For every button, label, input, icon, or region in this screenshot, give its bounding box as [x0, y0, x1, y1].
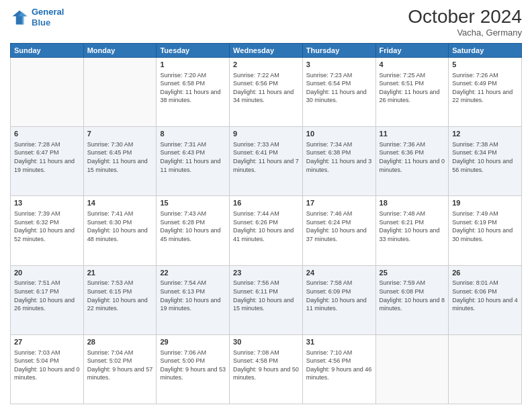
- day-details: Sunrise: 7:06 AMSunset: 5:00 PMDaylight:…: [160, 349, 226, 382]
- day-details: Sunrise: 8:01 AMSunset: 6:06 PMDaylight:…: [452, 279, 518, 312]
- calendar-cell: 9Sunrise: 7:33 AMSunset: 6:41 PMDaylight…: [230, 127, 303, 196]
- calendar-cell: 12Sunrise: 7:38 AMSunset: 6:34 PMDayligh…: [449, 127, 522, 196]
- calendar-cell: 2Sunrise: 7:22 AMSunset: 6:56 PMDaylight…: [230, 57, 303, 126]
- day-details: Sunrise: 7:54 AMSunset: 6:13 PMDaylight:…: [160, 279, 226, 312]
- month-title: October 2024: [408, 7, 522, 28]
- calendar-cell: [449, 334, 522, 404]
- day-number: 6: [14, 129, 80, 139]
- day-number: 2: [233, 60, 299, 70]
- day-number: 31: [306, 337, 372, 347]
- day-details: Sunrise: 7:04 AMSunset: 5:02 PMDaylight:…: [87, 349, 153, 382]
- day-number: 5: [452, 60, 518, 70]
- calendar-cell: [83, 57, 157, 126]
- calendar-cell: 13Sunrise: 7:39 AMSunset: 6:32 PMDayligh…: [11, 196, 84, 265]
- calendar-cell: [11, 57, 84, 126]
- day-details: Sunrise: 7:33 AMSunset: 6:41 PMDaylight:…: [233, 140, 299, 174]
- title-block: October 2024 Vacha, Germany: [408, 7, 522, 38]
- calendar-cell: 17Sunrise: 7:46 AMSunset: 6:24 PMDayligh…: [302, 196, 375, 265]
- calendar-cell: 4Sunrise: 7:25 AMSunset: 6:51 PMDaylight…: [375, 57, 449, 126]
- day-number: 7: [87, 129, 153, 139]
- day-number: 14: [87, 198, 153, 208]
- day-details: Sunrise: 7:46 AMSunset: 6:24 PMDaylight:…: [306, 210, 372, 243]
- location: Vacha, Germany: [408, 28, 522, 38]
- weekday-header: Friday: [375, 43, 449, 57]
- weekday-header: Saturday: [449, 43, 522, 57]
- day-number: 29: [160, 337, 226, 347]
- day-number: 1: [160, 60, 226, 70]
- day-number: 11: [380, 129, 445, 139]
- calendar-cell: 20Sunrise: 7:51 AMSunset: 6:17 PMDayligh…: [11, 265, 84, 334]
- day-details: Sunrise: 7:58 AMSunset: 6:09 PMDaylight:…: [306, 279, 372, 312]
- calendar-week-row: 1Sunrise: 7:20 AMSunset: 6:58 PMDaylight…: [11, 57, 522, 126]
- logo-line2: Blue: [32, 17, 50, 28]
- calendar-cell: 18Sunrise: 7:48 AMSunset: 6:21 PMDayligh…: [375, 196, 449, 265]
- weekday-header: Tuesday: [157, 43, 230, 57]
- weekday-header: Wednesday: [230, 43, 303, 57]
- day-details: Sunrise: 7:53 AMSunset: 6:15 PMDaylight:…: [87, 279, 153, 312]
- day-details: Sunrise: 7:38 AMSunset: 6:34 PMDaylight:…: [452, 140, 518, 174]
- day-details: Sunrise: 7:43 AMSunset: 6:28 PMDaylight:…: [160, 210, 226, 243]
- weekday-header: Sunday: [11, 43, 84, 57]
- day-details: Sunrise: 7:08 AMSunset: 4:58 PMDaylight:…: [233, 349, 299, 382]
- calendar-cell: 26Sunrise: 8:01 AMSunset: 6:06 PMDayligh…: [449, 265, 522, 334]
- calendar-cell: 21Sunrise: 7:53 AMSunset: 6:15 PMDayligh…: [83, 265, 157, 334]
- day-details: Sunrise: 7:22 AMSunset: 6:56 PMDaylight:…: [233, 71, 299, 105]
- calendar-cell: 28Sunrise: 7:04 AMSunset: 5:02 PMDayligh…: [83, 334, 157, 404]
- day-number: 26: [452, 268, 518, 278]
- calendar-cell: 10Sunrise: 7:34 AMSunset: 6:38 PMDayligh…: [302, 127, 375, 196]
- day-number: 17: [306, 198, 372, 208]
- day-details: Sunrise: 7:03 AMSunset: 5:04 PMDaylight:…: [14, 349, 80, 382]
- day-number: 21: [87, 268, 153, 278]
- calendar-week-row: 13Sunrise: 7:39 AMSunset: 6:32 PMDayligh…: [11, 196, 522, 265]
- day-details: Sunrise: 7:26 AMSunset: 6:49 PMDaylight:…: [452, 71, 518, 105]
- calendar-cell: 29Sunrise: 7:06 AMSunset: 5:00 PMDayligh…: [157, 334, 230, 404]
- day-number: 10: [306, 129, 372, 139]
- calendar-cell: 19Sunrise: 7:49 AMSunset: 6:19 PMDayligh…: [449, 196, 522, 265]
- calendar-cell: 23Sunrise: 7:56 AMSunset: 6:11 PMDayligh…: [230, 265, 303, 334]
- day-number: 28: [87, 337, 153, 347]
- svg-marker-0: [13, 10, 27, 24]
- calendar-cell: 14Sunrise: 7:41 AMSunset: 6:30 PMDayligh…: [83, 196, 157, 265]
- day-number: 19: [452, 198, 518, 208]
- day-number: 8: [160, 129, 226, 139]
- calendar-cell: 16Sunrise: 7:44 AMSunset: 6:26 PMDayligh…: [230, 196, 303, 265]
- day-number: 13: [14, 198, 80, 208]
- day-number: 18: [380, 198, 445, 208]
- day-details: Sunrise: 7:59 AMSunset: 6:08 PMDaylight:…: [380, 279, 445, 312]
- day-number: 24: [306, 268, 372, 278]
- day-details: Sunrise: 7:34 AMSunset: 6:38 PMDaylight:…: [306, 140, 372, 174]
- calendar-cell: 15Sunrise: 7:43 AMSunset: 6:28 PMDayligh…: [157, 196, 230, 265]
- day-details: Sunrise: 7:10 AMSunset: 4:56 PMDaylight:…: [306, 349, 372, 382]
- calendar-cell: 22Sunrise: 7:54 AMSunset: 6:13 PMDayligh…: [157, 265, 230, 334]
- calendar-cell: 6Sunrise: 7:28 AMSunset: 6:47 PMDaylight…: [11, 127, 84, 196]
- calendar-cell: 31Sunrise: 7:10 AMSunset: 4:56 PMDayligh…: [302, 334, 375, 404]
- day-number: 30: [233, 337, 299, 347]
- calendar-week-row: 6Sunrise: 7:28 AMSunset: 6:47 PMDaylight…: [11, 127, 522, 196]
- day-details: Sunrise: 7:31 AMSunset: 6:43 PMDaylight:…: [160, 140, 226, 174]
- header: General Blue October 2024 Vacha, Germany: [10, 7, 522, 38]
- day-number: 25: [380, 268, 445, 278]
- day-number: 12: [452, 129, 518, 139]
- calendar-cell: 1Sunrise: 7:20 AMSunset: 6:58 PMDaylight…: [157, 57, 230, 126]
- page: General Blue October 2024 Vacha, Germany…: [0, 0, 532, 411]
- calendar-cell: 24Sunrise: 7:58 AMSunset: 6:09 PMDayligh…: [302, 265, 375, 334]
- day-details: Sunrise: 7:41 AMSunset: 6:30 PMDaylight:…: [87, 210, 153, 243]
- logo: General Blue: [10, 7, 64, 28]
- calendar-cell: [375, 334, 449, 404]
- weekday-header: Thursday: [302, 43, 375, 57]
- calendar-week-row: 20Sunrise: 7:51 AMSunset: 6:17 PMDayligh…: [11, 265, 522, 334]
- calendar-cell: 7Sunrise: 7:30 AMSunset: 6:45 PMDaylight…: [83, 127, 157, 196]
- day-details: Sunrise: 7:49 AMSunset: 6:19 PMDaylight:…: [452, 210, 518, 243]
- day-number: 23: [233, 268, 299, 278]
- calendar-header-row: SundayMondayTuesdayWednesdayThursdayFrid…: [11, 43, 522, 57]
- day-details: Sunrise: 7:20 AMSunset: 6:58 PMDaylight:…: [160, 71, 226, 105]
- day-details: Sunrise: 7:36 AMSunset: 6:36 PMDaylight:…: [380, 140, 445, 174]
- day-number: 15: [160, 198, 226, 208]
- day-details: Sunrise: 7:39 AMSunset: 6:32 PMDaylight:…: [14, 210, 80, 243]
- logo-text: General Blue: [32, 7, 64, 28]
- day-details: Sunrise: 7:28 AMSunset: 6:47 PMDaylight:…: [14, 140, 80, 174]
- calendar-cell: 25Sunrise: 7:59 AMSunset: 6:08 PMDayligh…: [375, 265, 449, 334]
- calendar-cell: 3Sunrise: 7:23 AMSunset: 6:54 PMDaylight…: [302, 57, 375, 126]
- day-details: Sunrise: 7:48 AMSunset: 6:21 PMDaylight:…: [380, 210, 445, 243]
- day-number: 9: [233, 129, 299, 139]
